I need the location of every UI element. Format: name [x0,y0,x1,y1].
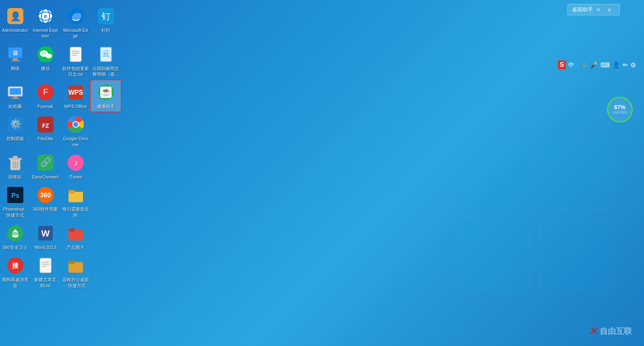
icon-photoshop[interactable]: Ps Photoshop - 快捷方式 [0,183,30,220]
assistant-menu-icon[interactable]: ≡ [597,6,600,13]
svg-text:Ps: Ps [11,192,19,199]
icon-wechat[interactable]: 微信 [30,42,60,80]
icon-itunes[interactable]: ♪ iTunes [60,151,91,182]
icon-txt-log[interactable]: 软件包的更新日志.txt [60,42,91,80]
svg-rect-1 [539,141,612,211]
svg-rect-75 [68,261,75,264]
sogou-keyboard-icon[interactable]: ⌨ [601,61,610,69]
network-percent: 67% [614,104,625,110]
svg-text:👤: 👤 [10,11,21,22]
svg-text:云: 云 [102,50,110,58]
svg-rect-67 [68,228,75,232]
svg-rect-31 [10,88,21,95]
svg-text:F: F [43,87,48,96]
svg-text:♪: ♪ [74,158,78,167]
svg-text:FZ: FZ [42,122,49,129]
svg-text:⚙️: ⚙️ [10,118,21,129]
icon-product-images[interactable]: 产品图片 [60,221,91,253]
svg-rect-70 [40,258,51,273]
icon-row-5: 回收站 🔗 EasyConnect ♪ iTunes [0,151,129,182]
svg-text:☕: ☕ [100,86,112,97]
svg-text:🖥: 🖥 [12,50,19,56]
icon-foxmail[interactable]: F Foxmail [30,80,60,112]
svg-point-45 [73,122,78,127]
icon-new-txt[interactable]: 新建文本文档.txt [30,253,60,291]
icon-wps-office[interactable]: WPS WPS Office [60,80,91,112]
icon-row-6: Ps Photoshop - 快捷方式 360 360软件管家 每日需要提交的 [0,183,129,220]
sogou-s-icon[interactable]: S [558,60,566,69]
svg-rect-15 [10,60,20,62]
network-usage-widget[interactable]: 67% +24.2K/s [607,97,633,122]
icon-row-1: 👤 Administrator e Internet Explorer Micr… [0,4,129,41]
sogou-chinese-icon[interactable]: 中 [568,61,574,69]
svg-rect-48 [13,156,18,158]
svg-text:WPS: WPS [68,89,83,96]
icon-row-2: 🖥 网络 微信 软件包的更新日志.txt 云 云因到账明文账明细（嘉... [0,42,129,80]
network-speed: +24.2K/s [613,110,627,115]
svg-point-20 [42,52,43,54]
icon-cloud-doc[interactable]: 云 云因到账明文账明细（嘉... [91,42,121,80]
sogou-user-icon[interactable]: 👤 [612,61,620,69]
icon-row-8: 搜 搜狗高速浏览器 新建文本文档.txt 远程办公桌面 - 快捷方式 [0,253,129,291]
watermark-x-icon: ✕ [588,325,597,338]
svg-text:搜: 搜 [12,262,19,269]
icon-administrator[interactable]: 👤 Administrator [0,4,30,41]
svg-text:e: e [44,13,47,19]
icon-microsoft-edge[interactable]: Microsoft Edge [60,4,91,41]
watermark-brand: 自由互联 [600,326,632,337]
svg-point-21 [44,52,46,54]
svg-text:360: 360 [11,231,19,236]
svg-text:钉: 钉 [101,11,110,21]
svg-text:360: 360 [40,192,51,199]
icon-row-4: ⚙️ 控制面板 FZ FileZilla [0,112,129,150]
sogou-pen-icon[interactable]: ✏ [623,61,628,69]
icon-google-chrome[interactable]: Google Chrome [60,112,91,150]
svg-point-19 [46,54,52,58]
icon-row-7: 360 360安全卫士 W Word 2013 产品图片 [0,221,129,253]
sogou-face-icon[interactable]: ☺ [581,61,588,68]
assistant-chevron-icon[interactable]: ∨ [607,6,611,13]
icon-internet-explorer[interactable]: e Internet Explorer [30,4,60,41]
icon-this-pc[interactable]: 此电脑 [0,80,30,112]
desktop-assistant-label: 桌面助手 [572,6,593,13]
desktop-icons-area: 👤 Administrator e Internet Explorer Micr… [0,0,129,346]
svg-rect-22 [70,47,81,62]
sogou-toolbar: S 中 · ☺ 🎤 ⌨ 👤 ✏ ⚙ [558,60,636,69]
icon-dingding[interactable]: 钉 钉钉 [91,4,121,41]
svg-rect-30 [11,98,19,99]
icon-row-3: 此电脑 F Foxmail WPS WPS Office ☕ 健康助手 [0,80,129,112]
svg-text:🔗: 🔗 [40,157,51,168]
svg-rect-3 [539,220,612,290]
sogou-dot-icon[interactable]: · [577,62,578,68]
svg-rect-29 [14,96,17,98]
watermark: ✕ 自由互联 [588,325,632,338]
icon-360-software[interactable]: 360 360软件管家 [30,183,60,220]
svg-rect-14 [13,58,18,60]
icon-health-assistant[interactable]: ☕ 健康助手 [91,80,121,112]
svg-text:W: W [41,228,50,238]
icon-sogou-browser[interactable]: 搜 搜狗高速浏览器 [0,253,30,291]
windows-logo-background [459,141,612,292]
icon-easyconnect[interactable]: 🔗 EasyConnect [30,151,60,182]
desktop-assistant-widget[interactable]: 桌面助手 ≡ ∨ [567,4,620,15]
icon-recycle-bin[interactable]: 回收站 [0,151,30,182]
icon-filezilla[interactable]: FZ FileZilla [30,112,60,150]
icon-word-2013[interactable]: W Word 2013 [30,221,60,253]
icon-daily-folder[interactable]: 每日需要提交的 [60,183,91,220]
svg-rect-0 [459,141,531,211]
svg-rect-2 [459,220,531,290]
icon-network[interactable]: 🖥 网络 [0,42,30,80]
sogou-mic-icon[interactable]: 🎤 [590,61,598,69]
icon-remote-desktop[interactable]: 远程办公桌面 - 快捷方式 [60,253,91,291]
icon-360-safe[interactable]: 360 360安全卫士 [0,221,30,253]
sogou-gear-icon[interactable]: ⚙ [630,61,636,69]
svg-rect-61 [68,190,75,193]
icon-control-panel[interactable]: ⚙️ 控制面板 [0,112,30,150]
